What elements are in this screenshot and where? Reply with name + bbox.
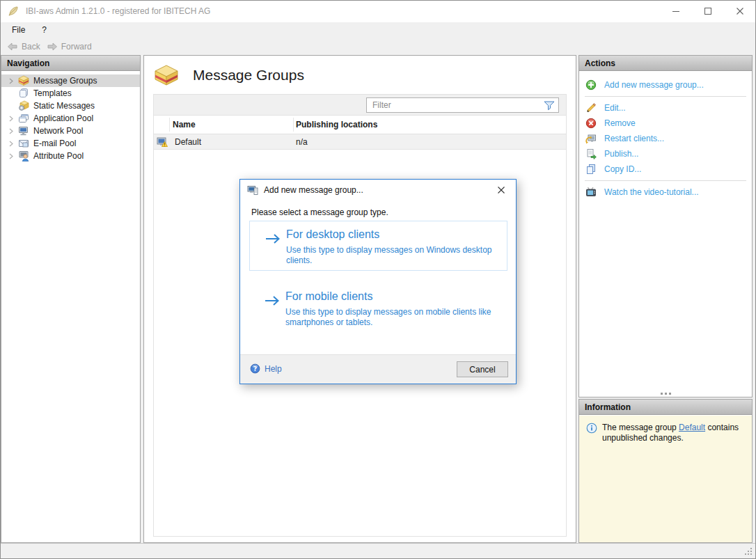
dialog-close-icon[interactable] — [491, 182, 512, 198]
restart-clients-icon — [585, 133, 597, 144]
sidebar-item-label: Application Pool — [33, 113, 93, 123]
filter-field — [366, 97, 559, 113]
sidebar-item-templates[interactable]: Templates — [1, 87, 140, 100]
add-message-group-dialog: Add new message group... Please select a… — [239, 179, 517, 384]
add-icon — [585, 79, 597, 90]
sidebar-item-message-groups[interactable]: Message Groups — [1, 74, 140, 87]
navigation-panel: Navigation Message Groups Templates — [1, 55, 141, 543]
window-title: IBI-aws Admin 1.21.0 - registered for IB… — [26, 6, 210, 16]
sidebar-item-network-pool[interactable]: Network Pool — [1, 125, 140, 137]
message-group-warning-icon — [157, 136, 168, 148]
chevron-right-icon[interactable] — [6, 116, 16, 122]
sidebar-item-label: Message Groups — [33, 76, 97, 86]
forward-button[interactable]: Forward — [47, 41, 92, 52]
chevron-right-icon[interactable] — [6, 153, 16, 159]
filter-bar — [154, 95, 566, 116]
filter-input[interactable] — [367, 100, 543, 110]
app-icon — [8, 6, 19, 17]
menu-help[interactable]: ? — [36, 24, 52, 36]
sidebar-item-label: Static Messages — [33, 101, 95, 111]
info-icon — [586, 423, 597, 542]
default-group-link[interactable]: Default — [679, 423, 705, 432]
column-header-name[interactable]: Name — [173, 120, 196, 129]
actions-panel: Actions Add new message group... Edit...… — [578, 55, 753, 397]
navigation-tree: Message Groups Templates Static Messages — [1, 71, 140, 162]
message-groups-icon — [18, 75, 29, 86]
help-icon: ? — [250, 363, 260, 374]
message-groups-title-icon — [154, 64, 179, 86]
row-name: Default — [175, 137, 201, 147]
maximize-button[interactable] — [692, 1, 723, 21]
sidebar-item-email-pool[interactable]: E-mail Pool — [1, 137, 140, 150]
action-label: Watch the video-tutorial... — [604, 187, 699, 197]
help-link[interactable]: ? Help — [250, 363, 282, 374]
action-label: Restart clients... — [604, 134, 664, 143]
information-header: Information — [579, 400, 752, 415]
action-restart-clients[interactable]: Restart clients... — [579, 131, 752, 146]
dialog-title-bar: Add new message group... — [240, 180, 516, 200]
action-add-new-message-group[interactable]: Add new message group... — [579, 77, 752, 93]
action-publish[interactable]: Publish... — [579, 146, 752, 162]
static-messages-icon — [18, 100, 29, 111]
page-title: Message Groups — [193, 67, 304, 84]
templates-icon — [18, 88, 29, 99]
option-for-desktop-clients[interactable]: For desktop clients Use this type to dis… — [249, 221, 507, 271]
action-label: Publish... — [604, 149, 638, 159]
action-copy-id[interactable]: Copy ID... — [579, 162, 752, 177]
actions-header: Actions — [579, 56, 752, 71]
minimize-button[interactable] — [660, 1, 691, 21]
action-watch-video-tutorial[interactable]: Watch the video-tutorial... — [579, 184, 752, 200]
action-edit[interactable]: Edit... — [579, 100, 752, 116]
info-text-prefix: The message group — [602, 423, 679, 432]
table-row[interactable]: Default n/a — [154, 134, 566, 150]
back-button[interactable]: Back — [7, 41, 40, 52]
option-title: For mobile clients — [285, 290, 372, 303]
arrow-right-icon — [265, 233, 282, 244]
dialog-title: Add new message group... — [264, 185, 363, 195]
resize-grip-icon[interactable] — [744, 547, 753, 556]
copy-id-icon — [585, 164, 597, 175]
dialog-icon — [247, 184, 258, 196]
dialog-footer: ? Help Cancel — [240, 354, 516, 384]
sidebar-item-application-pool[interactable]: Application Pool — [1, 112, 140, 125]
back-label: Back — [22, 42, 40, 52]
column-header-publishing-locations[interactable]: Publishing locations — [296, 120, 377, 129]
edit-pencil-icon — [585, 102, 597, 113]
status-bar — [1, 543, 755, 558]
panel-splitter-handle[interactable] — [579, 393, 752, 395]
sidebar-item-label: Network Pool — [33, 126, 83, 136]
sidebar-item-attribute-pool[interactable]: Attribute Pool — [1, 150, 140, 162]
sidebar-item-label: E-mail Pool — [33, 139, 76, 148]
menu-bar: File ? — [1, 22, 755, 38]
cancel-button[interactable]: Cancel — [457, 361, 508, 377]
dialog-prompt: Please select a message group type. — [251, 207, 388, 217]
navigation-header: Navigation — [1, 56, 140, 71]
sidebar-item-label: Templates — [33, 88, 72, 98]
close-button[interactable] — [724, 1, 755, 21]
action-remove[interactable]: Remove — [579, 116, 752, 131]
filter-icon[interactable] — [543, 100, 556, 111]
option-for-mobile-clients[interactable]: For mobile clients Use this type to disp… — [249, 283, 507, 333]
separator — [585, 96, 746, 97]
application-pool-icon — [18, 113, 29, 124]
sidebar-item-label: Attribute Pool — [33, 151, 84, 161]
table-header: Name Publishing locations — [154, 116, 566, 134]
application-window: IBI-aws Admin 1.21.0 - registered for IB… — [0, 0, 756, 559]
forward-icon — [47, 41, 58, 52]
title-bar: IBI-aws Admin 1.21.0 - registered for IB… — [1, 1, 755, 22]
separator — [585, 180, 746, 181]
action-label: Copy ID... — [604, 164, 641, 174]
navigation-toolbar: Back Forward — [1, 38, 755, 55]
information-message: The message group Default contains unpub… — [602, 423, 743, 542]
video-tutorial-icon — [585, 187, 597, 198]
forward-label: Forward — [61, 42, 92, 52]
action-label: Add new message group... — [604, 80, 704, 90]
sidebar-item-static-messages[interactable]: Static Messages — [1, 100, 140, 112]
option-description: Use this type to display messages on mob… — [285, 307, 503, 328]
arrow-right-icon — [264, 295, 281, 306]
chevron-right-icon[interactable] — [6, 141, 16, 147]
chevron-right-icon[interactable] — [6, 128, 16, 134]
chevron-right-icon[interactable] — [6, 78, 16, 84]
action-label: Edit... — [604, 103, 626, 113]
menu-file[interactable]: File — [6, 24, 31, 36]
